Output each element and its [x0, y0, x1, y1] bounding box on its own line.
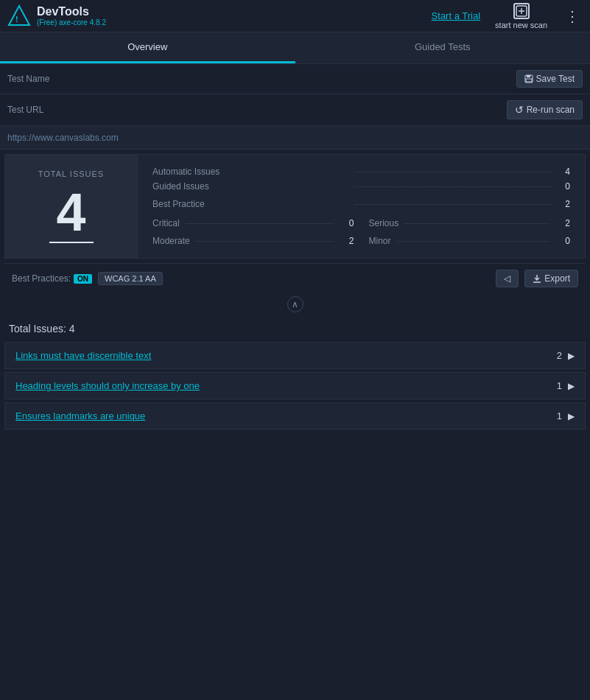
total-issues-number: 4: [56, 186, 85, 239]
issue-arrow-icon: ▶: [568, 351, 575, 361]
automatic-issues-row: Automatic Issues 4: [152, 167, 570, 177]
issue-text: Links must have discernible text: [15, 350, 557, 361]
best-practices-on-badge[interactable]: ON: [74, 274, 92, 284]
critical-value: 0: [340, 218, 354, 228]
tab-overview[interactable]: Overview: [0, 32, 295, 63]
svg-marker-0: [9, 6, 29, 25]
wcag-badge[interactable]: WCAG 2.1 AA: [98, 272, 163, 285]
header-actions: Start a Trial start new scan ⋮: [432, 0, 583, 32]
total-issues-underline: [49, 242, 94, 243]
severity-rows-2: Moderate 2 Minor 0: [152, 236, 570, 246]
re-run-scan-button[interactable]: ↺ Re-run scan: [507, 100, 583, 119]
critical-row: Critical 0: [152, 218, 354, 228]
serious-dots: [404, 223, 549, 224]
save-icon: [524, 74, 533, 83]
svg-rect-6: [527, 75, 530, 77]
logo-area: ! DevTools (Free) axe-core 4.8.2: [7, 4, 432, 28]
severity-rows: Critical 0 Serious 2: [152, 218, 570, 228]
moderate-label: Moderate: [152, 236, 190, 246]
tabs-bar: Overview Guided Tests: [0, 32, 590, 64]
collapse-row: ∧: [4, 293, 586, 315]
minor-value: 0: [555, 236, 570, 246]
issue-count: 2: [557, 350, 562, 361]
minor-dots: [397, 241, 549, 242]
guided-issues-label: Guided Issues: [152, 181, 351, 192]
moderate-row: Moderate 2: [152, 236, 354, 246]
start-trial-link[interactable]: Start a Trial: [432, 10, 480, 21]
devtools-logo-icon: !: [7, 4, 31, 28]
serious-label: Serious: [369, 218, 399, 228]
start-new-scan-icon: [513, 3, 530, 19]
test-url-row: Test URL ↺ Re-run scan: [0, 94, 590, 126]
save-test-button[interactable]: Save Test: [516, 70, 583, 88]
total-issues-label: TOTAL ISSUES: [38, 169, 104, 178]
plus-square-icon: [516, 5, 527, 17]
export-button[interactable]: Export: [524, 270, 578, 287]
issue-item[interactable]: Ensures landmarks are unique 1 ▶: [4, 402, 586, 430]
url-value: https://www.canvaslabs.com: [7, 133, 119, 143]
moderate-dots: [196, 241, 334, 242]
issue-count: 1: [557, 380, 562, 391]
test-name-row: Test Name Save Test: [0, 64, 590, 94]
app-header: ! DevTools (Free) axe-core 4.8.2 Start a…: [0, 0, 590, 32]
issue-count: 1: [557, 410, 562, 421]
issue-item[interactable]: Links must have discernible text 2 ▶: [4, 342, 586, 369]
url-display-row: https://www.canvaslabs.com: [0, 126, 590, 150]
best-practice-row: Best Practice 2: [152, 199, 570, 209]
minor-row: Minor 0: [369, 236, 571, 246]
share-button[interactable]: ◁: [496, 270, 519, 287]
more-menu-button[interactable]: ⋮: [562, 4, 583, 28]
test-name-label: Test Name: [7, 74, 66, 84]
issue-list: Links must have discernible text 2 ▶ Hea…: [0, 342, 590, 430]
issue-item[interactable]: Heading levels should only increase by o…: [4, 372, 586, 399]
svg-rect-7: [526, 79, 532, 82]
share-icon: ◁: [504, 273, 510, 284]
total-issues-box: TOTAL ISSUES 4: [5, 155, 138, 258]
test-url-label: Test URL: [7, 105, 66, 115]
automatic-issues-value: 4: [555, 167, 570, 177]
best-practice-label: Best Practice: [152, 199, 351, 209]
svg-text:!: !: [15, 15, 18, 24]
collapse-icon: ∧: [292, 299, 298, 309]
guided-issues-value: 0: [555, 181, 570, 192]
rerun-icon: ↺: [515, 104, 524, 116]
critical-dots: [186, 223, 334, 224]
start-new-scan-button[interactable]: start new scan: [489, 0, 553, 32]
app-subtitle: (Free) axe-core 4.8.2: [37, 18, 106, 27]
total-issues-heading: Total Issues: 4: [0, 315, 590, 342]
issue-text: Ensures landmarks are unique: [15, 410, 557, 421]
collapse-button[interactable]: ∧: [287, 296, 303, 312]
filter-bar: Best Practices: ON WCAG 2.1 AA ◁ Export: [4, 263, 586, 293]
moderate-value: 2: [340, 236, 354, 246]
automatic-dots: [354, 172, 553, 172]
best-practices-filter: Best Practices: ON: [12, 273, 92, 284]
guided-dots: [354, 186, 553, 187]
app-title: DevTools: [37, 5, 106, 18]
summary-panel: TOTAL ISSUES 4 Automatic Issues 4 Guided…: [4, 154, 586, 259]
automatic-issues-label: Automatic Issues: [152, 167, 351, 177]
export-icon: [533, 274, 541, 283]
issue-text: Heading levels should only increase by o…: [15, 380, 557, 391]
tab-guided-tests[interactable]: Guided Tests: [295, 32, 591, 63]
serious-row: Serious 2: [369, 218, 571, 228]
more-icon: ⋮: [565, 7, 580, 25]
best-practices-filter-label: Best Practices:: [12, 273, 71, 284]
logo-text: DevTools (Free) axe-core 4.8.2: [37, 5, 106, 27]
issue-arrow-icon: ▶: [568, 411, 575, 421]
best-practice-value: 2: [555, 199, 570, 209]
guided-issues-row: Guided Issues 0: [152, 181, 570, 192]
start-new-scan-label: start new scan: [495, 21, 547, 29]
minor-label: Minor: [369, 236, 391, 246]
serious-value: 2: [555, 218, 570, 228]
best-practice-dots: [354, 204, 553, 205]
issue-arrow-icon: ▶: [568, 381, 575, 391]
issues-breakdown: Automatic Issues 4 Guided Issues 0 Best …: [138, 155, 585, 258]
critical-label: Critical: [152, 218, 180, 228]
